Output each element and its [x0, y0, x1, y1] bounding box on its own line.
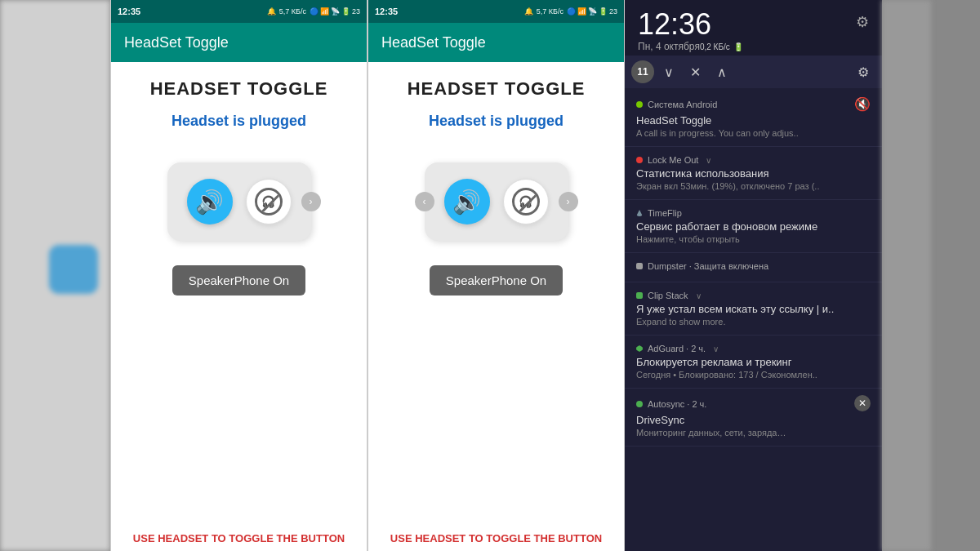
notif-app-row-autosync: Autosync · 2 ч. ✕: [636, 397, 871, 411]
notification-list: Система Android 🔇 HeadSet Toggle A call …: [625, 88, 882, 551]
notif-body-headset: A call is in progress. You can only adju…: [636, 128, 871, 138]
headset-main-title-2: HEADSET TOGGLE: [408, 78, 586, 100]
notif-app-row-headset: Система Android 🔇: [636, 96, 871, 112]
notification-icon-2: 🔔: [524, 7, 533, 16]
notif-app-dot-headset: [636, 101, 643, 108]
speakerphone-button-1[interactable]: SpeakerPhone On: [172, 265, 305, 295]
toggle-area-1: 🔊 🎧 ›: [167, 162, 311, 241]
battery-pct-2: 23: [609, 7, 617, 16]
headset-plugged-text-2: Headset is plugged: [429, 113, 564, 130]
notif-settings-btn[interactable]: ⚙: [851, 61, 875, 83]
bluetooth-icon-2: 🔵: [567, 7, 576, 16]
notif-gear-icon[interactable]: ⚙: [856, 13, 869, 31]
notif-item-adguard[interactable]: AdGuard · 2 ч. ∨ Блокируется реклама и т…: [625, 335, 882, 389]
notif-app-dot-dumpster: [636, 263, 643, 269]
notif-body-timeflip: Нажмите, чтобы открыть: [636, 234, 871, 244]
status-time-1: 12:35: [118, 7, 140, 16]
wifi-icon-2: 📡: [588, 7, 597, 16]
notif-title-lockme: Статистика использования: [636, 167, 871, 180]
app-title-2: HeadSet Toggle: [381, 34, 486, 51]
status-text-2: 5,7 КБ/с: [537, 7, 564, 16]
notif-app-row-lockme: Lock Me Out ∨: [636, 155, 871, 165]
notif-status-area: 12:36 Пн, 4 октября 0,2 КБ/с 🔋 ⚙: [625, 0, 882, 56]
signal-icon-2: 📶: [577, 7, 586, 16]
speaker-on-button-1[interactable]: 🔊: [187, 179, 233, 224]
signal-icon-1: 📶: [320, 7, 329, 16]
notif-clock: 12:36: [638, 10, 743, 39]
notification-panel: 12:36 Пн, 4 октября 0,2 КБ/с 🔋 ⚙ 11 ∨ ✕ …: [625, 0, 882, 551]
notif-body-adguard: Сегодня • Блокировано: 173 / Сэкономлен.…: [636, 370, 871, 380]
notif-title-autosync: DriveSync: [636, 414, 871, 426]
battery-pct-1: 23: [352, 7, 360, 16]
notif-app-dot-adguard: [636, 345, 643, 352]
notif-title-adguard: Блокируется реклама и трекинг: [636, 356, 871, 368]
notif-dismiss-all-btn[interactable]: ✕: [684, 61, 707, 83]
notif-body-autosync: Мониторинг данных, сети, заряда…: [636, 428, 871, 438]
speakerphone-button-2[interactable]: SpeakerPhone On: [430, 265, 563, 295]
nav-chevron-left-2[interactable]: ‹: [415, 192, 434, 211]
notif-item-autosync[interactable]: Autosync · 2 ч. ✕ DriveSync Мониторинг д…: [625, 389, 882, 447]
status-icons-1: 🔔 5,7 КБ/с 🔵 📶 📡 🔋 23: [267, 7, 360, 16]
notif-expand-btn[interactable]: ∨: [657, 61, 680, 83]
toggle-area-2: ‹ 🔊 🎧 ›: [425, 162, 568, 241]
notif-controls-bar: 11 ∨ ✕ ∧ ⚙: [625, 56, 882, 88]
notif-title-timeflip: Сервис работает в фоновом режиме: [636, 220, 871, 233]
nav-chevron-right-1[interactable]: ›: [301, 192, 321, 211]
notif-app-name-clipstack: Clip Stack: [648, 291, 688, 300]
speaker-on-icon-2: 🔊: [452, 189, 481, 216]
notif-count-badge: 11: [631, 60, 654, 83]
notif-app-name-lockme: Lock Me Out: [648, 155, 698, 165]
notification-icon-1: 🔔: [267, 7, 276, 16]
notif-item-timeflip[interactable]: TimeFlip Сервис работает в фоновом режим…: [625, 200, 882, 253]
bottom-hint-text-1: USE HEADSET TO TOGGLE THE BUTTON: [111, 526, 367, 551]
app-content-1: HEADSET TOGGLE Headset is plugged 🔊 🎧 › …: [111, 62, 367, 526]
speaker-off-button-1[interactable]: 🎧: [246, 179, 292, 224]
bluetooth-icon-1: 🔵: [310, 7, 318, 16]
notif-item-dumpster[interactable]: Dumpster · Защита включена: [625, 253, 882, 282]
notif-app-name-dumpster: Dumpster · Защита включена: [648, 261, 768, 271]
mute-icon-2: 🎧: [512, 188, 540, 216]
headset-plugged-text-1: Headset is plugged: [172, 113, 306, 130]
right-blur-panel: [882, 0, 931, 551]
notif-collapse-btn[interactable]: ∧: [710, 61, 733, 83]
notif-app-name-timeflip: TimeFlip: [648, 208, 682, 218]
app-content-2: HEADSET TOGGLE Headset is plugged ‹ 🔊 🎧 …: [368, 62, 624, 526]
speaker-on-button-2[interactable]: 🔊: [444, 179, 490, 224]
phone-screen-1: 12:35 🔔 5,7 КБ/с 🔵 📶 📡 🔋 23 HeadSet Togg…: [110, 0, 368, 551]
status-icons-2: 🔔 5,7 КБ/с 🔵 📶 📡 🔋 23: [524, 7, 617, 16]
notif-app-row-timeflip: TimeFlip: [636, 208, 871, 218]
status-time-2: 12:35: [375, 7, 398, 16]
speaker-off-button-2[interactable]: 🎧: [503, 179, 549, 224]
title-bar-2: HeadSet Toggle: [368, 23, 624, 62]
notif-body-clipstack: Expand to show more.: [636, 317, 871, 327]
notif-app-row-dumpster: Dumpster · Защита включена: [636, 261, 871, 271]
notif-item-lockme[interactable]: Lock Me Out ∨ Статистика использования Э…: [625, 147, 882, 200]
notif-title-clipstack: Я уже устал всем искать эту ссылку | и..: [636, 303, 871, 315]
notif-mute-btn-headset[interactable]: 🔇: [854, 96, 871, 112]
phone-screen-2: 12:35 🔔 5,7 КБ/с 🔵 📶 📡 🔋 23 HeadSet Togg…: [368, 0, 625, 551]
notif-app-dot-timeflip: [636, 210, 643, 216]
battery-icon-1: 🔋: [341, 7, 350, 16]
headset-main-title-1: HEADSET TOGGLE: [150, 78, 328, 100]
notif-date: Пн, 4 октября: [638, 41, 700, 52]
notif-item-headset[interactable]: Система Android 🔇 HeadSet Toggle A call …: [625, 88, 882, 147]
left-blur-panel: [0, 0, 110, 551]
notif-app-name-headset: Система Android: [648, 100, 717, 109]
notif-app-dot-lockme: [636, 157, 643, 163]
wifi-icon-1: 📡: [331, 7, 340, 16]
status-text-1: 5,7 КБ/с: [279, 7, 306, 16]
notif-app-row-adguard: AdGuard · 2 ч. ∨: [636, 344, 871, 353]
notif-body-lockme: Экран вкл 53мин. (19%), отключено 7 раз …: [636, 181, 871, 191]
notif-dismiss-autosync[interactable]: ✕: [854, 395, 871, 411]
notif-app-dot-autosync: [636, 401, 643, 407]
title-bar-1: HeadSet Toggle: [111, 23, 367, 62]
battery-icon-2: 🔋: [599, 7, 608, 16]
notif-title-headset: HeadSet Toggle: [636, 114, 871, 127]
notif-app-row-clipstack: Clip Stack ∨: [636, 291, 871, 300]
speaker-on-icon-1: 🔊: [195, 189, 224, 216]
status-bar-2: 12:35 🔔 5,7 КБ/с 🔵 📶 📡 🔋 23: [368, 0, 624, 23]
nav-chevron-right-2[interactable]: ›: [559, 192, 578, 211]
notif-status-icons: 0,2 КБ/с 🔋: [700, 42, 743, 51]
status-bar-1: 12:35 🔔 5,7 КБ/с 🔵 📶 📡 🔋 23: [111, 0, 367, 23]
notif-item-clipstack[interactable]: Clip Stack ∨ Я уже устал всем искать эту…: [625, 282, 882, 335]
